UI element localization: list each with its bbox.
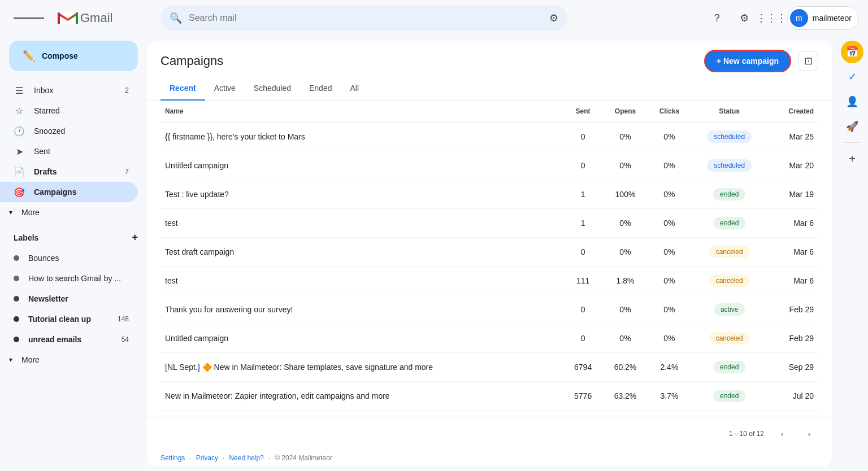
campaign-status: ended: [691, 180, 769, 209]
status-badge: canceled: [709, 246, 750, 258]
user-chip[interactable]: m mailmeteor: [787, 6, 859, 30]
gmail-logo[interactable]: Gmail: [58, 10, 112, 26]
table-row[interactable]: Test : live update? 1 100% 0% ended Mar …: [160, 180, 818, 209]
col-header-status: Status: [691, 101, 769, 123]
help-button[interactable]: ?: [706, 7, 728, 29]
tab-all[interactable]: All: [341, 77, 368, 101]
label-item-how-to-search[interactable]: How to search Gmail by ...: [0, 268, 138, 289]
campaign-sent: 0: [563, 324, 602, 353]
tutorial-cleanup-dot: [14, 316, 19, 322]
search-filter-icon[interactable]: ⚙: [549, 12, 558, 24]
search-input[interactable]: [189, 13, 542, 23]
right-panel-tasks-icon[interactable]: ✓: [841, 66, 863, 88]
compose-button[interactable]: ✏️ Compose: [9, 41, 138, 71]
table-row[interactable]: test 111 1.8% 0% canceled Mar 6: [160, 267, 818, 295]
sidebar-item-campaigns[interactable]: 🎯 Campaigns: [0, 182, 138, 202]
campaign-status: ended: [691, 382, 769, 411]
hamburger-menu[interactable]: [9, 11, 49, 25]
table-row[interactable]: Test draft campaign 0 0% 0% canceled Mar…: [160, 238, 818, 267]
pagination: 1—10 of 12 ‹ ›: [147, 417, 832, 450]
inbox-label: Inbox: [34, 86, 116, 95]
footer-separator1: ·: [189, 454, 191, 462]
campaign-opens: 0%: [602, 151, 648, 180]
add-label-icon[interactable]: +: [132, 232, 138, 243]
table-row[interactable]: {{ firstname }}, here's your ticket to M…: [160, 123, 818, 151]
label-item-unread-emails[interactable]: unread emails 54: [0, 329, 138, 350]
col-header-sent: Sent: [563, 101, 602, 123]
tab-active[interactable]: Active: [205, 77, 245, 101]
campaign-clicks: 0%: [648, 180, 691, 209]
labels-more-button[interactable]: ▾ More: [0, 350, 147, 370]
status-badge: ended: [713, 217, 745, 229]
nav-more-button[interactable]: ▾ More: [0, 202, 147, 223]
tab-recent[interactable]: Recent: [160, 77, 205, 101]
table-row[interactable]: test 1 0% 0% ended Mar 6: [160, 209, 818, 238]
table-row[interactable]: Untitled campaign 0 0% 0% scheduled Mar …: [160, 151, 818, 180]
drafts-count: 7: [125, 168, 129, 176]
sidebar-item-starred[interactable]: ☆ Starred: [0, 101, 138, 121]
table-row[interactable]: Untitled campaign 0 0% 0% canceled Feb 2…: [160, 324, 818, 353]
campaign-status: scheduled: [691, 123, 769, 151]
pagination-next-button[interactable]: ›: [800, 425, 818, 443]
campaign-clicks: 0%: [648, 324, 691, 353]
right-panel-add-icon[interactable]: +: [841, 147, 863, 170]
sidebar-item-sent[interactable]: ➤ Sent: [0, 141, 138, 162]
sidebar-item-drafts[interactable]: 📄 Drafts 7: [0, 162, 138, 182]
label-item-bounces[interactable]: Bounces: [0, 248, 138, 268]
campaign-opens: 0%: [602, 238, 648, 267]
campaign-created: Mar 20: [769, 151, 818, 180]
right-panel-divider: [843, 142, 861, 143]
campaign-sent: 5776: [563, 382, 602, 411]
tab-scheduled[interactable]: Scheduled: [245, 77, 300, 101]
campaign-created: Mar 6: [769, 238, 818, 267]
campaign-opens: 1.8%: [602, 267, 648, 295]
right-panel-mailmeteor-icon[interactable]: 🚀: [841, 115, 863, 138]
label-item-newsletter[interactable]: Newsletter: [0, 289, 138, 309]
footer-help-link[interactable]: Need help?: [229, 454, 263, 462]
settings-button[interactable]: ⚙: [733, 7, 756, 29]
sidebar-item-snoozed[interactable]: 🕐 Snoozed: [0, 121, 138, 141]
compose-icon: ✏️: [23, 50, 35, 62]
right-panel-contacts-icon[interactable]: 👤: [841, 90, 863, 113]
campaign-sent: 6794: [563, 353, 602, 382]
footer-settings-link[interactable]: Settings: [160, 454, 185, 462]
col-header-created: Created: [769, 101, 818, 123]
pagination-prev-button[interactable]: ‹: [773, 425, 791, 443]
right-panel-calendar-icon[interactable]: 📅: [841, 41, 863, 63]
campaign-clicks: 0%: [648, 123, 691, 151]
campaign-status: ended: [691, 353, 769, 382]
new-campaign-button[interactable]: + New campaign: [704, 50, 791, 72]
col-header-clicks: Clicks: [648, 101, 691, 123]
apps-button[interactable]: ⋮⋮⋮: [760, 7, 783, 29]
status-badge: active: [714, 303, 745, 316]
table-row[interactable]: Thank you for answering our survey! 0 0%…: [160, 295, 818, 324]
chevron-down-icon: ▾: [9, 208, 12, 216]
footer-privacy-link[interactable]: Privacy: [196, 454, 218, 462]
label-item-tutorial-cleanup[interactable]: Tutorial clean up 148: [0, 309, 138, 329]
newsletter-dot: [14, 296, 19, 302]
main-content: Campaigns + New campaign ⊡ Recent Active…: [147, 41, 832, 466]
campaign-opens: 60.2%: [602, 353, 648, 382]
campaign-opens: 0%: [602, 209, 648, 238]
search-bar[interactable]: 🔍 ⚙: [160, 5, 567, 31]
sidebar-item-inbox[interactable]: ☰ Inbox 2: [0, 80, 138, 101]
tutorial-cleanup-label: Tutorial clean up: [28, 315, 91, 324]
avatar: m: [790, 9, 808, 27]
sidebar-toggle-button[interactable]: ⊡: [798, 51, 818, 71]
table-row[interactable]: [NL Sept.] 🔶 New in Mailmeteor: Share te…: [160, 353, 818, 382]
table-row[interactable]: New in Mailmeteor: Zapier integration, e…: [160, 382, 818, 411]
snoozed-icon: 🕐: [14, 126, 25, 137]
unread-emails-label: unread emails: [28, 335, 81, 344]
campaign-name: test: [160, 209, 563, 238]
tab-ended[interactable]: Ended: [300, 77, 341, 101]
campaign-clicks: 2.4%: [648, 353, 691, 382]
right-panel: 📅 ✓ 👤 🚀 +: [836, 36, 868, 471]
labels-section: Labels +: [0, 223, 147, 248]
labels-more-label: More: [21, 355, 40, 364]
footer-separator3: ·: [268, 454, 270, 462]
campaign-opens: 0%: [602, 295, 648, 324]
status-badge: scheduled: [707, 130, 752, 143]
campaign-name: New in Mailmeteor: Zapier integration, e…: [160, 382, 563, 411]
starred-icon: ☆: [14, 106, 25, 116]
topbar-left: Gmail: [9, 10, 156, 26]
